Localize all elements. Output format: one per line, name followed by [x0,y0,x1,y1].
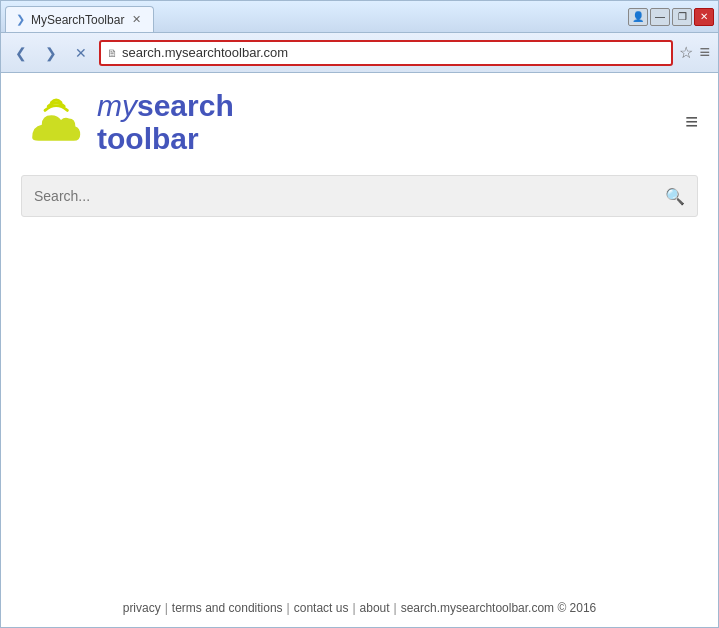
search-bar: 🔍 [21,175,698,217]
page-content: mysearch toolbar ≡ 🔍 privacy | term [1,73,718,627]
hamburger-menu-icon[interactable]: ≡ [685,109,698,135]
tab-close-button[interactable]: ✕ [130,13,143,26]
reload-icon: ✕ [75,45,87,61]
tab-favicon: ❯ [16,13,25,26]
logo-search: search [137,89,234,122]
tab-label: MySearchToolbar [31,13,124,27]
restore-button[interactable]: ❐ [672,8,692,26]
browser-tab[interactable]: ❯ MySearchToolbar ✕ [5,6,154,32]
bookmark-star-icon[interactable]: ☆ [679,43,693,62]
page-icon: 🗎 [107,47,118,59]
browser-window: ❯ MySearchToolbar ✕ 👤 — ❐ ✕ ❮ ❯ [0,0,719,628]
separator-2: | [287,601,290,615]
titlebar: ❯ MySearchToolbar ✕ 👤 — ❐ ✕ [1,1,718,33]
logo-toolbar: toolbar [97,122,199,155]
logo-area: mysearch toolbar [21,89,234,155]
browser-menu-icon[interactable]: ≡ [699,42,710,63]
profile-button[interactable]: 👤 [628,8,648,26]
minimize-button[interactable]: — [650,8,670,26]
navbar: ❮ ❯ ✕ 🗎 ☆ ≡ [1,33,718,73]
address-input[interactable] [122,45,665,60]
separator-4: | [394,601,397,615]
logo-cloud-icon [21,95,85,149]
forward-button[interactable]: ❯ [39,41,63,65]
close-icon: ✕ [700,11,708,22]
tab-area: ❯ MySearchToolbar ✕ [5,1,628,32]
footer-links: privacy | terms and conditions | contact… [13,601,706,615]
reload-button[interactable]: ✕ [69,41,93,65]
footer-link-contact[interactable]: contact us [294,601,349,615]
profile-icon: 👤 [632,11,644,22]
page-header: mysearch toolbar ≡ [1,73,718,171]
window-controls: 👤 — ❐ ✕ [628,8,714,26]
separator-1: | [165,601,168,615]
forward-icon: ❯ [45,45,57,61]
back-button[interactable]: ❮ [9,41,33,65]
logo-my: my [97,89,137,122]
address-bar-container[interactable]: 🗎 [99,40,673,66]
logo-text: mysearch toolbar [97,89,234,155]
close-button[interactable]: ✕ [694,8,714,26]
minimize-icon: — [655,11,665,22]
search-icon[interactable]: 🔍 [665,187,685,206]
page-footer: privacy | terms and conditions | contact… [1,589,718,627]
back-icon: ❮ [15,45,27,61]
restore-icon: ❐ [678,11,687,22]
footer-link-terms[interactable]: terms and conditions [172,601,283,615]
footer-link-privacy[interactable]: privacy [123,601,161,615]
search-section: 🔍 [1,171,718,221]
separator-3: | [352,601,355,615]
footer-link-about[interactable]: about [360,601,390,615]
footer-copyright: search.mysearchtoolbar.com © 2016 [401,601,597,615]
search-input[interactable] [34,188,665,204]
